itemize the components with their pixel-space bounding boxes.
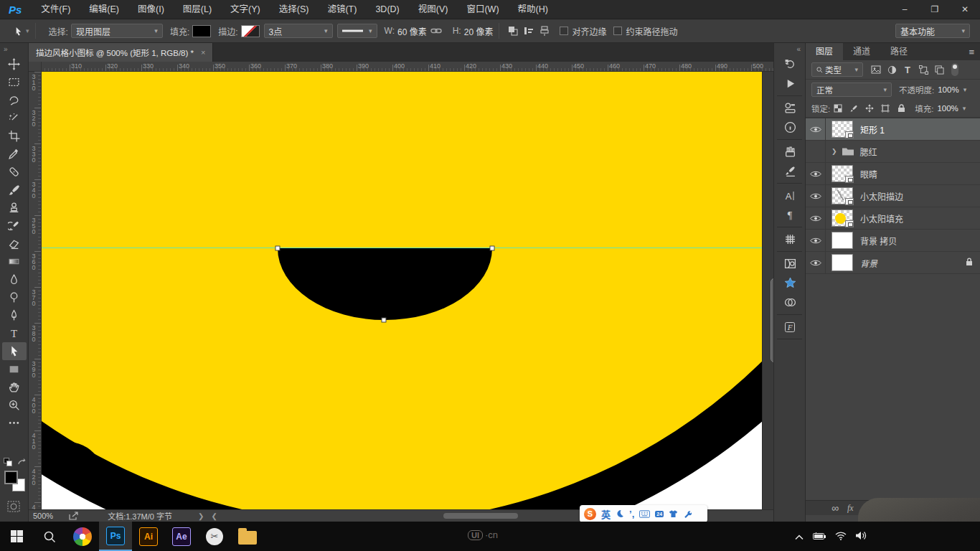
brush-tool[interactable]	[2, 181, 27, 199]
tool-preset-icon[interactable]	[10, 23, 26, 39]
brush-settings-icon[interactable]	[774, 161, 806, 181]
tab-layers[interactable]: 图层	[806, 43, 843, 60]
ime-mode-english[interactable]: 英	[601, 507, 611, 521]
vertical-scrollbar[interactable]	[762, 72, 773, 509]
tab-channels[interactable]: 通道	[843, 43, 880, 60]
toolbar-collapse-icon[interactable]: »	[0, 43, 28, 55]
foreground-background-swatch[interactable]	[4, 471, 26, 492]
blur-tool[interactable]	[2, 270, 27, 288]
sogou-logo[interactable]: S	[584, 508, 596, 520]
constrain-drag-checkbox[interactable]	[613, 27, 622, 35]
zoom-tool[interactable]	[2, 396, 27, 414]
gradient-tool[interactable]	[2, 253, 27, 270]
healing-brush-tool[interactable]	[2, 163, 27, 181]
clone-source-icon[interactable]	[774, 293, 806, 312]
panel-menu-icon[interactable]: ≡	[963, 44, 980, 60]
group-expand-icon[interactable]: ❯	[831, 148, 837, 155]
ime-moon-icon[interactable]	[616, 509, 624, 518]
volume-icon[interactable]	[856, 530, 867, 543]
star-icon[interactable]	[774, 273, 806, 293]
filter-shape-icon[interactable]	[916, 63, 930, 76]
opacity-caret-icon[interactable]: ▾	[963, 86, 967, 93]
menu-item-7[interactable]: 3D(D)	[366, 0, 408, 19]
stroke-width-dropdown[interactable]: 3点▾	[264, 24, 333, 38]
stroke-type-dropdown[interactable]: ▾	[337, 24, 377, 38]
ime-skin-icon[interactable]	[669, 509, 678, 518]
select-mode-dropdown[interactable]: 现用图层▾	[71, 24, 163, 38]
lock-artboard-icon[interactable]	[878, 102, 892, 115]
close-button[interactable]: ✕	[950, 0, 980, 19]
dodge-tool[interactable]	[2, 288, 27, 306]
layer-name[interactable]: 矩形 1	[860, 123, 885, 136]
layer-thumbnail[interactable]	[831, 165, 853, 182]
dock-collapse-icon[interactable]: «	[774, 43, 805, 55]
menu-item-1[interactable]: 编辑(E)	[80, 0, 128, 19]
link-dimensions-icon[interactable]	[428, 23, 444, 39]
menu-item-6[interactable]: 滤镜(T)	[318, 0, 366, 19]
horizontal-ruler[interactable]: 3103203303403503603703803904004104204304…	[29, 62, 773, 72]
filter-adjustment-icon[interactable]	[885, 63, 899, 76]
restore-button[interactable]: ❐	[920, 0, 950, 19]
layer-visibility-empty[interactable]	[806, 141, 826, 162]
path-selection-tool[interactable]	[2, 342, 27, 360]
menu-item-3[interactable]: 图层(L)	[174, 0, 221, 19]
masks-icon[interactable]	[774, 254, 806, 273]
scroll-left-icon[interactable]: ❮	[211, 512, 217, 520]
magic-wand-tool[interactable]	[2, 109, 27, 127]
layer-visibility-eye-icon[interactable]	[806, 207, 826, 229]
tool-presets-icon[interactable]	[774, 98, 806, 118]
crop-tool[interactable]	[2, 127, 27, 145]
document-tab[interactable]: 描边风格小图标 @ 500% (矩形 1, RGB/8) * ×	[29, 43, 213, 62]
menu-item-10[interactable]: 帮助(H)	[509, 0, 557, 19]
layer-visibility-eye-icon[interactable]	[806, 230, 826, 251]
lasso-tool[interactable]	[2, 91, 27, 109]
lock-paint-icon[interactable]	[847, 102, 861, 115]
color-wheel-app-button[interactable]	[66, 522, 99, 551]
tool-preset-caret-icon[interactable]: ▾	[26, 27, 29, 34]
menu-item-8[interactable]: 视图(V)	[409, 0, 458, 19]
history-icon[interactable]	[774, 55, 806, 74]
vertical-ruler[interactable]: 310320330340350360370380390400410420430	[29, 72, 42, 509]
history-brush-tool[interactable]	[2, 217, 27, 235]
layer-row-5[interactable]: 背景 拷贝	[806, 230, 980, 252]
path-operations-icon[interactable]	[505, 23, 521, 39]
wifi-icon[interactable]	[835, 530, 847, 543]
photoshop-app-button[interactable]: Ps	[99, 522, 132, 551]
ime-clipboard-icon[interactable]: 24	[655, 511, 664, 517]
lock-all-icon[interactable]	[894, 102, 908, 115]
ime-keyboard-icon[interactable]	[639, 510, 650, 518]
default-colors-icon[interactable]	[4, 458, 12, 466]
tab-close-icon[interactable]: ×	[201, 48, 205, 57]
info-icon[interactable]	[774, 118, 806, 137]
layer-thumbnail[interactable]	[831, 209, 853, 227]
path-arrangement-icon[interactable]	[537, 23, 552, 39]
snip-tool-button[interactable]: ✂	[198, 522, 231, 551]
menu-item-0[interactable]: 文件(F)	[32, 0, 80, 19]
layer-row-3[interactable]: 小太阳描边	[806, 185, 980, 207]
pattern-icon[interactable]	[774, 230, 806, 249]
pen-tool[interactable]	[2, 306, 27, 324]
clone-stamp-tool[interactable]	[2, 199, 27, 217]
layer-visibility-eye-icon[interactable]	[806, 163, 826, 184]
swap-colors-icon[interactable]	[17, 458, 27, 466]
layer-name[interactable]: 小太阳填充	[860, 212, 903, 225]
align-edges-checkbox[interactable]	[560, 27, 568, 35]
link-layers-icon[interactable]: ∞	[831, 502, 839, 514]
tab-paths[interactable]: 路径	[880, 43, 918, 60]
lock-transparent-icon[interactable]	[831, 102, 845, 115]
character-icon[interactable]: A	[774, 186, 806, 205]
layer-name[interactable]: 背景	[860, 257, 877, 269]
path-alignment-icon[interactable]	[521, 23, 537, 39]
lock-position-icon[interactable]	[862, 102, 877, 115]
hand-tool[interactable]	[2, 378, 27, 396]
layer-name[interactable]: 腮红	[860, 146, 877, 158]
move-tool[interactable]	[2, 55, 27, 73]
layer-row-0[interactable]: 矩形 1	[806, 118, 980, 141]
horizontal-scrollbar-thumb[interactable]	[443, 513, 518, 519]
layer-thumbnail[interactable]	[831, 187, 853, 204]
styles-icon[interactable]: F	[774, 317, 806, 336]
workspace-dropdown[interactable]: 基本功能▾	[895, 24, 970, 38]
eraser-tool[interactable]	[2, 235, 27, 253]
filter-type-dropdown[interactable]: 类型▾	[811, 62, 863, 77]
layer-thumbnail[interactable]	[831, 121, 853, 138]
